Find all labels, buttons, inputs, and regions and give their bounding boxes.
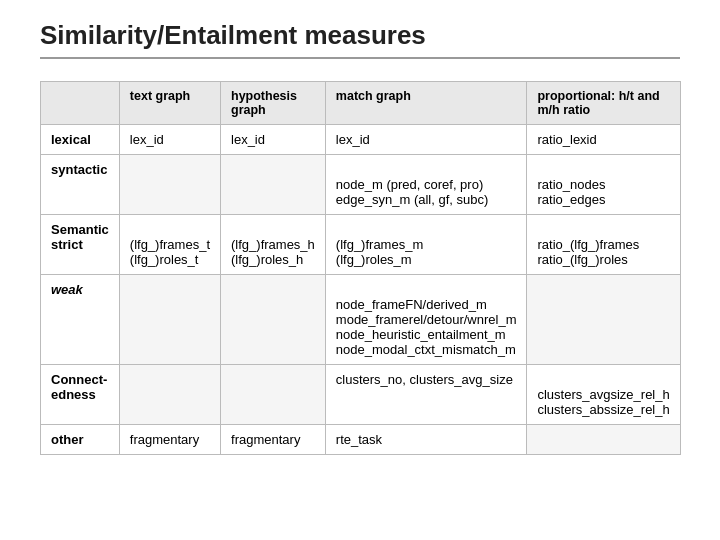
row-label-connectedness: Connect- edness: [41, 365, 120, 425]
other-matchgraph: rte_task: [325, 425, 527, 455]
col-header-textgraph: text graph: [119, 82, 220, 125]
lexical-matchgraph: lex_id: [325, 125, 527, 155]
table-row: syntactic node_m (pred, coref, pro) edge…: [41, 155, 681, 215]
lexical-proportional: ratio_lexid: [527, 125, 680, 155]
other-proportional: [527, 425, 680, 455]
syntactic-matchgraph: node_m (pred, coref, pro) edge_syn_m (al…: [325, 155, 527, 215]
semantic-proportional: ratio_(lfg_)frames ratio_(lfg_)roles: [527, 215, 680, 275]
connectedness-textgraph: [119, 365, 220, 425]
title-divider: [40, 57, 680, 59]
connectedness-proportional: clusters_avgsize_rel_h clusters_abssize_…: [527, 365, 680, 425]
syntactic-hypgraph: [221, 155, 326, 215]
page: Similarity/Entailment measures text grap…: [0, 0, 720, 540]
semantic-sub-label: strict: [51, 237, 109, 252]
weak-matchgraph: node_frameFN/derived_m mode_framerel/det…: [325, 275, 527, 365]
weak-hypgraph: [221, 275, 326, 365]
connectedness-hypgraph: [221, 365, 326, 425]
lexical-hypgraph: lex_id: [221, 125, 326, 155]
row-label-semantic: Semantic strict: [41, 215, 120, 275]
measures-table: text graph hypothesis graph match graph …: [40, 81, 681, 455]
col-header-proportional: proportional: h/t and m/h ratio: [527, 82, 680, 125]
semantic-matchgraph: (lfg_)frames_m (lfg_)roles_m: [325, 215, 527, 275]
semantic-hypgraph: (lfg_)frames_h (lfg_)roles_h: [221, 215, 326, 275]
syntactic-proportional: ratio_nodes ratio_edges: [527, 155, 680, 215]
weak-textgraph: [119, 275, 220, 365]
table-row: lexical lex_id lex_id lex_id ratio_lexid: [41, 125, 681, 155]
col-header-matchgraph: match graph: [325, 82, 527, 125]
weak-proportional: [527, 275, 680, 365]
table-row: other fragmentary fragmentary rte_task: [41, 425, 681, 455]
semantic-textgraph: (lfg_)frames_t (lfg_)roles_t: [119, 215, 220, 275]
other-textgraph: fragmentary: [119, 425, 220, 455]
row-label-syntactic: syntactic: [41, 155, 120, 215]
row-label-lexical: lexical: [41, 125, 120, 155]
table-row: Semantic strict (lfg_)frames_t (lfg_)rol…: [41, 215, 681, 275]
semantic-main-label: Semantic: [51, 222, 109, 237]
page-title: Similarity/Entailment measures: [40, 20, 680, 51]
col-header-hypgraph: hypothesis graph: [221, 82, 326, 125]
lexical-textgraph: lex_id: [119, 125, 220, 155]
table-row: Connect- edness clusters_no, clusters_av…: [41, 365, 681, 425]
syntactic-textgraph: [119, 155, 220, 215]
row-label-other: other: [41, 425, 120, 455]
row-label-weak: weak: [41, 275, 120, 365]
connectedness-matchgraph: clusters_no, clusters_avg_size: [325, 365, 527, 425]
table-row: weak node_frameFN/derived_m mode_framere…: [41, 275, 681, 365]
col-header-empty: [41, 82, 120, 125]
other-hypgraph: fragmentary: [221, 425, 326, 455]
